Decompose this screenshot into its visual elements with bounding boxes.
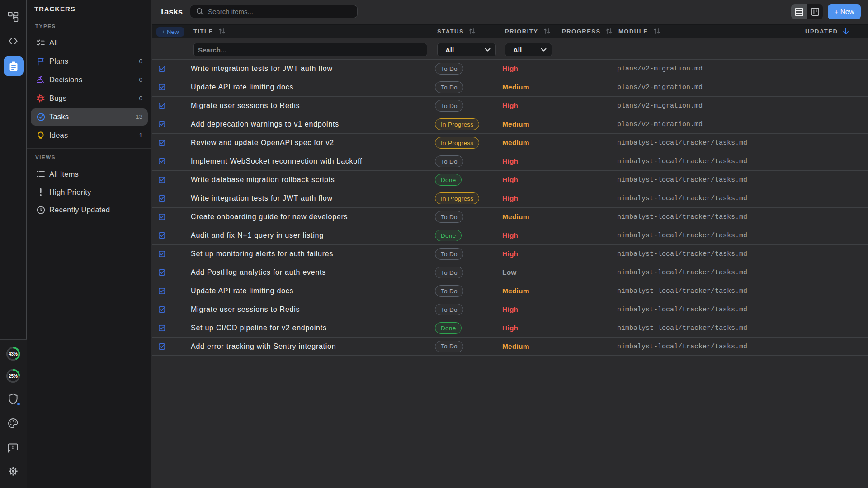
svg-text:25%: 25%	[9, 374, 18, 379]
svg-text:43%: 43%	[9, 352, 18, 357]
